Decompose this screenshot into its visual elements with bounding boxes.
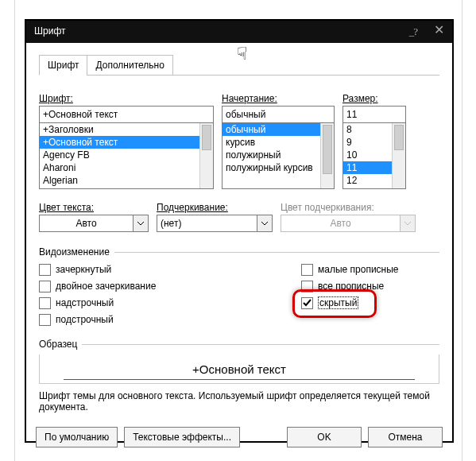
chk-superscript[interactable]: надстрочный — [39, 295, 301, 311]
list-item[interactable]: +Основной текст — [40, 136, 213, 149]
checkbox-icon — [301, 297, 313, 309]
sample-group: Образец — [39, 339, 439, 350]
description-text: Шрифт темы для основного текста. Использ… — [39, 390, 439, 413]
titlebar: Шрифт _? ✕ — [26, 21, 452, 43]
underline-color-combo: Авто — [281, 215, 416, 232]
color-combo[interactable]: Авто — [39, 215, 149, 232]
size-input[interactable]: 11 — [342, 106, 406, 123]
cancel-button[interactable]: Отмена — [368, 427, 443, 447]
window-title: Шрифт — [34, 25, 65, 37]
ok-button[interactable]: OK — [287, 427, 362, 447]
list-item[interactable]: полужирный курсив — [223, 161, 334, 174]
checkbox-icon — [39, 281, 51, 292]
checkbox-icon — [301, 281, 313, 292]
close-button[interactable]: ✕ — [434, 22, 444, 37]
size-label: Размер: — [342, 93, 406, 104]
set-default-button[interactable]: По умолчанию — [36, 427, 118, 447]
list-item[interactable]: курсив — [223, 136, 334, 149]
style-listbox[interactable]: обычный курсив полужирный полужирный кур… — [222, 122, 335, 189]
effects-group: Видоизменение — [39, 246, 439, 258]
list-item[interactable]: +Заголовки — [40, 123, 213, 136]
underline-color-label: Цвет подчеркивания: — [281, 202, 416, 213]
scroll-thumb[interactable] — [202, 125, 211, 150]
chevron-down-icon[interactable] — [257, 215, 272, 231]
chk-strike[interactable]: зачеркнутый — [39, 261, 301, 277]
checkbox-icon — [39, 314, 51, 326]
tab-advanced-label: Дополнительно — [95, 60, 164, 71]
font-input[interactable]: +Основной текст — [39, 106, 214, 123]
sample-preview: +Основной текст — [39, 354, 439, 384]
text-effects-button[interactable]: Текстовые эффекты... — [124, 427, 240, 447]
checkbox-icon — [39, 297, 51, 309]
help-button[interactable]: _? — [409, 25, 417, 38]
font-listbox[interactable]: +Заголовки +Основной текст Agency FB Aha… — [39, 122, 214, 189]
chk-double-strike[interactable]: двойное зачеркивание — [39, 278, 301, 294]
scrollbar[interactable] — [199, 123, 213, 188]
sample-text: +Основной текст — [192, 362, 286, 376]
size-listbox[interactable]: 8 9 10 11 12 — [342, 122, 406, 189]
style-input[interactable]: обычный — [222, 106, 335, 123]
hand-cursor-icon: ☟ — [237, 44, 247, 64]
chevron-down-icon — [400, 215, 415, 231]
tab-font-label: Шрифт — [48, 60, 79, 71]
style-label: Начертание: — [222, 93, 335, 104]
list-item[interactable]: Agency FB — [40, 149, 213, 161]
font-label: Шрифт: — [39, 93, 214, 104]
checkbox-icon — [301, 264, 313, 276]
chk-hidden[interactable]: скрытый — [301, 295, 428, 311]
sample-label: Образец — [39, 339, 77, 350]
scroll-thumb[interactable] — [394, 125, 404, 150]
underline-combo[interactable]: (нет) — [157, 215, 273, 232]
effects-label: Видоизменение — [39, 246, 110, 258]
scrollbar[interactable] — [320, 123, 334, 188]
list-item[interactable]: полужирный — [223, 149, 334, 161]
list-item[interactable]: Algerian — [40, 174, 213, 187]
chk-subscript[interactable]: подстрочный — [39, 312, 301, 327]
chk-smallcaps[interactable]: малые прописные — [301, 261, 428, 277]
scrollbar[interactable] — [392, 123, 405, 188]
chevron-down-icon[interactable] — [133, 215, 148, 231]
scroll-thumb[interactable] — [323, 125, 332, 174]
checkbox-icon — [39, 264, 51, 276]
color-label: Цвет текста: — [39, 202, 149, 213]
list-item[interactable]: Aharoni — [40, 161, 213, 174]
chk-allcaps[interactable]: все прописные — [301, 278, 428, 294]
underline-label: Подчеркивание: — [157, 202, 273, 213]
list-item[interactable]: обычный — [223, 123, 334, 136]
font-dialog: Шрифт _? ✕ Шрифт Дополнительно Шрифт: +О… — [25, 19, 454, 443]
tab-advanced[interactable]: Дополнительно — [87, 55, 172, 76]
tab-font[interactable]: Шрифт — [39, 55, 87, 76]
